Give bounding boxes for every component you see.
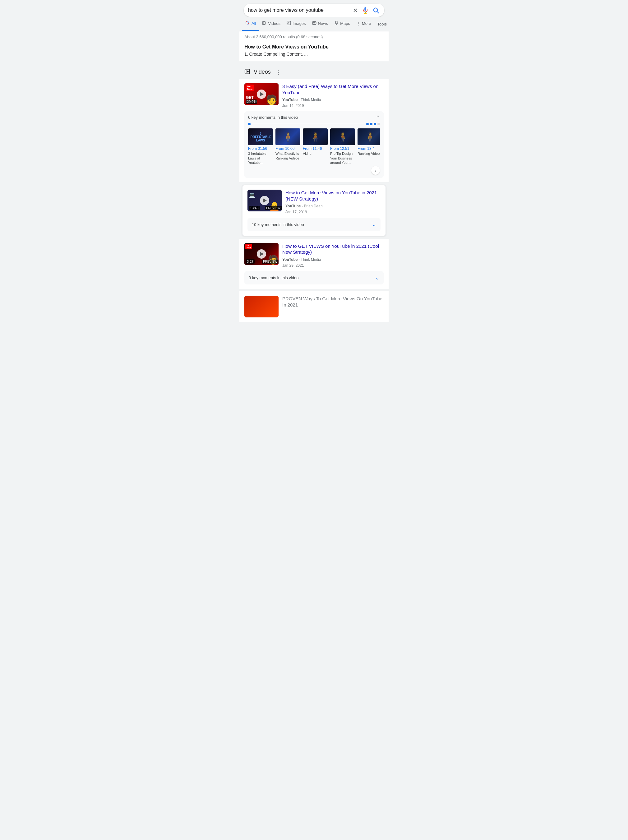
tab-videos[interactable]: Videos bbox=[259, 17, 284, 31]
news-icon bbox=[312, 21, 317, 26]
km-thumb-4: 🧍 bbox=[330, 128, 355, 145]
tab-images[interactable]: Images bbox=[284, 17, 309, 31]
video-channel-2: Brian Dean bbox=[304, 204, 323, 208]
video-card-2-top: 💻 🧑‍🦲 13:43 PREVIEW How to Get More View… bbox=[248, 189, 380, 215]
svg-marker-18 bbox=[247, 71, 248, 73]
key-moment-3[interactable]: 🧍 From 11:46 Vid Iq bbox=[303, 128, 328, 165]
tab-more-label: More bbox=[362, 21, 371, 26]
svg-marker-10 bbox=[264, 22, 265, 24]
video-card-3: YouTube 🧑 3:27 PREVIEW How to GET VIEWS … bbox=[239, 239, 389, 289]
km-time-5: From 13:4 bbox=[358, 147, 380, 151]
video-title-3[interactable]: How to GET VIEWS on YouTube in 2021 (Coo… bbox=[282, 243, 383, 255]
tab-images-label: Images bbox=[293, 21, 306, 26]
video-card-1: YouTube GETMORE 🧑 20:21 3 Easy (and Free… bbox=[239, 79, 389, 182]
tools-label: Tools bbox=[377, 22, 387, 27]
chevron-down-icon-2: ⌄ bbox=[372, 222, 376, 227]
video-thumb-2[interactable]: 💻 🧑‍🦲 13:43 PREVIEW bbox=[248, 189, 282, 212]
dot-2 bbox=[366, 123, 369, 125]
tab-all-label: All bbox=[251, 21, 256, 26]
scroll-right-arrow[interactable]: › bbox=[371, 166, 380, 175]
key-moment-4[interactable]: 🧍 From 12:51 Pro Tip Design Your Busines… bbox=[330, 128, 355, 165]
videos-more-icon[interactable]: ⋮ bbox=[275, 68, 281, 76]
video-card-1-top: YouTube GETMORE 🧑 20:21 3 Easy (and Free… bbox=[245, 83, 383, 109]
preview-badge-3: PREVIEW bbox=[262, 260, 279, 264]
dot-3 bbox=[370, 123, 372, 125]
key-moments-label-3: 3 key moments in this video bbox=[249, 275, 298, 280]
video-meta-1: YouTube · Think Media Jun 14, 2019 bbox=[282, 97, 383, 109]
chevron-down-icon-3: ⌄ bbox=[375, 275, 379, 281]
videos-section: Videos ⋮ YouTube GETMORE 🧑 20:21 3 Easy … bbox=[239, 64, 389, 322]
video-card-2: 💻 🧑‍🦲 13:43 PREVIEW How to Get More View… bbox=[242, 185, 386, 236]
laptop-icon: 💻 bbox=[249, 192, 255, 198]
progress-line-1 bbox=[252, 124, 365, 124]
video-section-icon bbox=[245, 68, 251, 76]
yt-logo-3: YouTube bbox=[245, 244, 252, 249]
key-moments-collapsed-2[interactable]: 10 key moments in this video ⌄ bbox=[248, 218, 380, 231]
video-thumb-1[interactable]: YouTube GETMORE 🧑 20:21 bbox=[245, 83, 279, 105]
duration-badge-2: 13:43 bbox=[249, 206, 260, 210]
search-input[interactable]: how to get more views on youtube bbox=[248, 8, 349, 13]
dot-5 bbox=[377, 123, 380, 125]
key-moment-2[interactable]: 🧍 From 10:00 What Exactly Is Ranking Vid… bbox=[275, 128, 300, 165]
preview-badge-2: PREVIEW bbox=[265, 206, 282, 210]
video-date-2: Jan 17, 2019 bbox=[286, 210, 307, 214]
tab-news-label: News bbox=[318, 21, 328, 26]
maps-icon bbox=[334, 21, 339, 26]
all-icon bbox=[245, 21, 250, 27]
key-moments-header-1[interactable]: 6 key moments in this video ⌃ bbox=[248, 114, 380, 120]
km-person-5: 🧍 bbox=[364, 132, 376, 142]
dot-1-active bbox=[248, 123, 251, 125]
search-button[interactable] bbox=[372, 7, 380, 14]
km-desc-2: What Exactly Is Ranking Videos bbox=[275, 152, 300, 160]
tab-maps[interactable]: Maps bbox=[331, 17, 353, 31]
key-moments-scroll: 3 IRREFUTABLELAWS From 01:56 3 Irrefutab… bbox=[248, 128, 380, 175]
tools-tab[interactable]: Tools bbox=[374, 18, 389, 30]
video-source-1: YouTube bbox=[282, 98, 298, 102]
km-desc-4: Pro Tip Design Your Business around Your… bbox=[330, 152, 355, 165]
play-triangle-2 bbox=[263, 198, 267, 203]
results-count: About 2,660,000,000 results (0.68 second… bbox=[245, 35, 323, 39]
section-divider-1 bbox=[239, 61, 389, 64]
videos-header: Videos ⋮ bbox=[239, 68, 389, 79]
video-channel-3: Think Media bbox=[301, 257, 321, 262]
km-person-4: 🧍 bbox=[337, 132, 348, 142]
tab-news[interactable]: News bbox=[309, 17, 331, 31]
km-thumb-2: 🧍 bbox=[275, 128, 300, 145]
video-date-3: Jan 29, 2021 bbox=[282, 263, 304, 268]
key-moment-5[interactable]: 🧍 From 13:4 Ranking Videos bbox=[358, 128, 380, 165]
key-moments-nav: › bbox=[248, 166, 380, 175]
video-title-2[interactable]: How to Get More Views on YouTube in 2021… bbox=[286, 189, 380, 202]
chevron-up-icon-1: ⌃ bbox=[376, 114, 380, 120]
video-source-2: YouTube bbox=[286, 204, 301, 208]
search-bar-container: how to get more views on youtube bbox=[239, 0, 389, 17]
tab-all[interactable]: All bbox=[242, 17, 259, 31]
video-thumb-4[interactable] bbox=[245, 296, 279, 317]
video-title-4[interactable]: PROVEN Ways To Get More Views On YouTube… bbox=[282, 296, 383, 308]
video-meta-3: YouTube · Think Media Jan 29, 2021 bbox=[282, 257, 383, 268]
key-moment-1[interactable]: 3 IRREFUTABLELAWS From 01:56 3 Irrefutab… bbox=[248, 128, 273, 165]
tab-more[interactable]: ⋮ More bbox=[353, 17, 374, 30]
video-info-4: PROVEN Ways To Get More Views On YouTube… bbox=[282, 296, 383, 308]
clear-button[interactable] bbox=[352, 8, 359, 13]
snippet-title: How to Get More Views on YouTube bbox=[245, 44, 383, 50]
voice-search-button[interactable] bbox=[361, 7, 369, 14]
video-date-1: Jun 14, 2019 bbox=[282, 104, 304, 108]
play-triangle-3 bbox=[260, 252, 264, 256]
snippet-text: 1. Create Compelling Content. ... bbox=[245, 52, 383, 57]
km-person-2: 🧍 bbox=[282, 132, 293, 142]
key-moments-collapsed-3[interactable]: 3 key moments in this video ⌄ bbox=[245, 271, 383, 284]
play-button-1[interactable] bbox=[257, 90, 266, 99]
play-button-2[interactable] bbox=[260, 196, 269, 205]
featured-snippet: How to Get More Views on YouTube 1. Crea… bbox=[239, 41, 389, 61]
km-time-1: From 01:56 bbox=[248, 147, 273, 151]
videos-icon bbox=[262, 21, 267, 26]
video-thumb-3[interactable]: YouTube 🧑 3:27 PREVIEW bbox=[245, 243, 279, 265]
nav-tabs: All Videos Images News bbox=[239, 17, 389, 32]
svg-line-5 bbox=[377, 11, 379, 13]
video-title-1[interactable]: 3 Easy (and Free) Ways to Get More Views… bbox=[282, 83, 383, 95]
person-silhouette-1: 🧑 bbox=[266, 94, 277, 105]
play-triangle-1 bbox=[260, 92, 264, 96]
play-button-3[interactable] bbox=[257, 249, 266, 259]
tab-videos-label: Videos bbox=[268, 21, 281, 26]
more-dots-icon: ⋮ bbox=[356, 21, 360, 26]
